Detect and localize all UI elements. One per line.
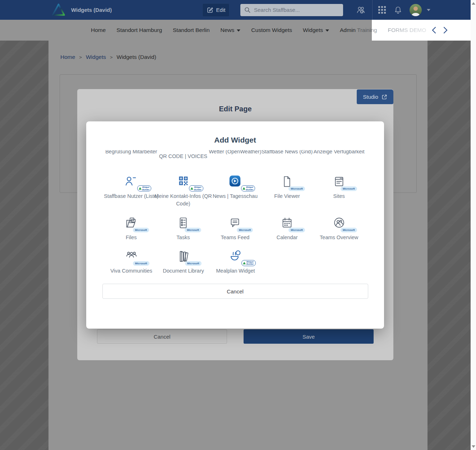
widget-item-tagesschau[interactable]: WidgetBuilderNews | Tagesschau [209,175,261,207]
widget-label: Files [102,234,161,241]
sites-icon: Microsoft [325,175,353,192]
widget-label: Viva Communities [102,267,161,275]
clipped-widget-row: WidgetBuilderBegrüßung MitarbeiterWidget… [105,150,365,164]
widget-builder-triangle-icon [242,187,245,190]
widget-label: Staffbase News (Grid) [258,150,316,156]
widget-label: QR CODE | VOICES [154,150,213,160]
mealplan-icon: WidgetBuilder [222,249,249,266]
widget-builder-badge: WidgetBuilder [241,260,256,266]
widget-item-qr-voices[interactable]: WidgetBuilderQR CODE | VOICES [157,150,209,160]
widget-item-files[interactable]: MicrosoftFiles [105,216,157,241]
microsoft-badge: Microsoft [185,228,201,232]
widget-label: Meine Kontakt-Infos (QR Code) [154,192,213,207]
microsoft-badge: Microsoft [185,261,202,266]
widget-item-weather[interactable]: WidgetBuilderWetter (OpenWeather) [209,150,261,160]
caret-down-icon[interactable] [427,9,430,11]
widget-label: Tasks [154,234,213,241]
microsoft-badge: Microsoft [341,228,357,232]
viva-communities-icon: Microsoft [118,249,145,266]
calendar-icon: Microsoft [273,216,301,233]
scroll-down-icon[interactable] [472,445,475,448]
screen: Home>Widgets>Widgets (David) Widgets (Da… [0,0,476,450]
widget-builder-triangle-icon [190,187,193,190]
qr-code-icon: WidgetBuilder [170,175,197,192]
top-navbar: Widgets (David) Edit [0,0,471,20]
widget-label: Document Library [154,267,213,275]
scrollbar[interactable] [471,0,476,450]
widget-item-user-list[interactable]: WidgetBuilderStaffbase Nutzer (Liste) [105,175,157,207]
widget-item-teams-feed[interactable]: MicrosoftTeams Feed [209,216,261,241]
widget-label: Sites [310,192,368,200]
microsoft-badge: Microsoft [237,228,253,232]
studio-button[interactable]: Studio [357,89,393,104]
widget-label: Wetter (OpenWeather) [206,150,264,156]
widget-label: Begrüßung Mitarbeiter [105,150,161,156]
avatar[interactable] [410,4,422,16]
widget-label: File Viewer [258,192,316,200]
teams-feed-icon: Microsoft [221,216,249,233]
microsoft-badge: Microsoft [133,261,149,266]
widget-item-news-grid[interactable]: WidgetBuilderStaffbase News (Grid) [261,150,313,160]
widget-builder-badge: WidgetBuilder [241,185,255,191]
app-title: Widgets (David) [71,7,112,13]
user-list-icon: WidgetBuilder [117,175,145,192]
files-icon: Microsoft [117,216,145,233]
widget-label: Teams Overview [310,234,368,241]
nav-item-forms-demo[interactable]: FORMS DEMO [388,27,426,33]
widget-builder-triangle-icon [243,262,246,264]
apps-grid-icon[interactable] [378,6,386,14]
search-bar[interactable] [240,4,343,16]
edit-button[interactable]: Edit [202,3,230,17]
notifications-bell-icon[interactable] [394,6,402,14]
widget-builder-triangle-icon [139,187,142,190]
add-widget-title: Add Widget [86,121,384,144]
document-library-icon: Microsoft [170,249,197,266]
widget-builder-badge: WidgetBuilder [189,185,203,191]
tagesschau-icon: WidgetBuilder [221,175,249,192]
widget-item-availability[interactable]: WidgetBuilderAnzeige Verfügbarkeit [313,150,365,160]
widget-item-tasks[interactable]: MicrosoftTasks [157,216,209,241]
widget-label: Staffbase Nutzer (Liste) [102,192,161,200]
add-widget-cancel-button[interactable]: Cancel [102,284,368,299]
widget-label: Anzeige Verfügbarkeit [310,150,365,156]
scroll-up-icon[interactable] [472,2,475,5]
widget-builder-badge: WidgetBuilder [137,185,152,191]
add-widget-modal: Add Widget WidgetBuilderBegrüßung Mitarb… [86,121,384,329]
file-viewer-icon: Microsoft [273,175,301,192]
widget-item-document-library[interactable]: MicrosoftDocument Library [157,249,209,275]
pencil-square-icon [207,6,213,13]
widget-item-sites[interactable]: MicrosoftSites [313,175,365,207]
widget-item-teams-overview[interactable]: MicrosoftTeams Overview [313,216,365,241]
widget-item-calendar[interactable]: MicrosoftCalendar [261,216,313,241]
microsoft-badge: Microsoft [288,186,305,191]
overlay-dim [0,20,372,41]
navbar-divider [372,0,373,20]
widget-label: Mealplan Widget [206,267,265,275]
admin-users-icon[interactable] [356,5,366,15]
search-input[interactable] [254,7,337,13]
widget-label: Teams Feed [206,234,264,241]
widget-item-qr-code[interactable]: WidgetBuilderMeine Kontakt-Infos (QR Cod… [157,175,209,207]
widget-item-viva-communities[interactable]: MicrosoftViva Communities [105,249,157,275]
widget-label: News | Tagesschau [206,192,264,200]
nav-next-icon[interactable] [442,26,448,34]
edit-page-cancel-button[interactable]: Cancel [97,329,227,344]
widget-item-mealplan[interactable]: WidgetBuilderMealplan Widget [209,249,262,275]
nav-prev-icon[interactable] [431,26,437,34]
tasks-icon: Microsoft [170,216,197,233]
search-icon [244,6,251,13]
widget-item-file-viewer[interactable]: MicrosoftFile Viewer [261,175,313,207]
widget-label: Calendar [258,234,316,241]
staffbase-logo-icon [50,3,67,18]
microsoft-badge: Microsoft [288,228,305,232]
external-link-icon [382,94,387,100]
microsoft-badge: Microsoft [133,228,149,232]
edit-page-save-button[interactable]: Save [244,329,374,344]
edit-page-title: Edit Page [77,105,393,113]
teams-overview-icon: Microsoft [325,216,353,233]
widget-grid: WidgetBuilderBegrüßung MitarbeiterWidget… [86,150,384,274]
microsoft-badge: Microsoft [341,186,357,191]
widget-item-welcome[interactable]: WidgetBuilderBegrüßung Mitarbeiter [105,150,157,160]
